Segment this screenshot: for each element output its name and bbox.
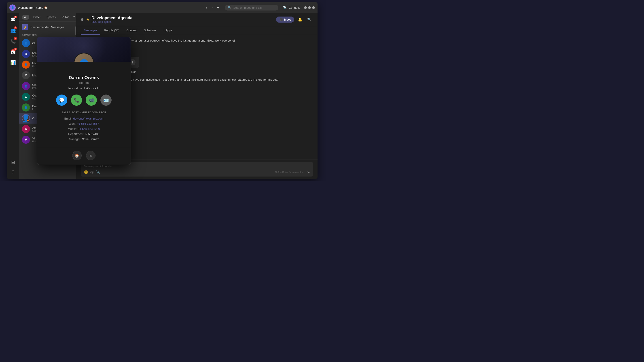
tab-spaces[interactable]: Spaces bbox=[44, 15, 58, 20]
calendar-badge: 1 bbox=[14, 48, 17, 50]
work-label: Work: bbox=[69, 122, 76, 125]
send-hint: Shift + Enter for a new line bbox=[274, 171, 304, 174]
chat-title: Development Agenda bbox=[92, 16, 132, 20]
recommended-label: Recommended Messages bbox=[30, 25, 64, 29]
profile-email: Email: dowens@example.com bbox=[42, 117, 125, 120]
sidebar-item-calls[interactable]: 📞 1 bbox=[8, 36, 18, 46]
search-input[interactable] bbox=[234, 6, 275, 9]
connect-icon: 📡 bbox=[283, 6, 287, 9]
channel-avatar-vi: V bbox=[22, 136, 30, 144]
nav-controls: ‹ › + bbox=[204, 5, 221, 10]
channel-avatar-darren: 👤 bbox=[22, 114, 30, 122]
title-bar: 👤 Working from home 🏠 ‹ › + 🔍 📡 Connect … bbox=[7, 2, 318, 13]
channel-avatar-de: D bbox=[22, 50, 30, 58]
sidebar-item-people[interactable]: 👥 1 bbox=[8, 25, 18, 35]
tab-people[interactable]: People (30) bbox=[101, 26, 122, 35]
profile-actions: 💬 📞 📹 🪪 bbox=[42, 94, 125, 106]
chat-header: ⚙ ★ Development Agenda ENG Deployment 🎥M… bbox=[76, 13, 318, 26]
add-tab-button[interactable]: + bbox=[216, 5, 220, 10]
send-button[interactable]: ➤ bbox=[307, 170, 310, 174]
sidebar-item-chat[interactable]: 💬 4 bbox=[8, 15, 18, 24]
profile-banner: 👤 📞 bbox=[37, 37, 130, 62]
channel-avatar-ac: A bbox=[22, 125, 30, 133]
user-avatar[interactable]: 👤 bbox=[10, 4, 16, 11]
chat-input[interactable] bbox=[84, 165, 310, 168]
recommended-icon: ⚡ bbox=[22, 24, 28, 30]
tab-messages[interactable]: Messages bbox=[81, 26, 100, 35]
department-value: 555024101 bbox=[85, 132, 100, 136]
chat-header-title-group: Development Agenda ENG Deployment bbox=[92, 16, 132, 23]
department-label: Department: bbox=[68, 132, 84, 136]
channel-avatar-un: 👤 bbox=[22, 82, 30, 90]
profile-mobile: Mobile: +1 555 123 1200 bbox=[42, 127, 125, 130]
filter-icon[interactable]: ≡ bbox=[73, 15, 75, 19]
forward-button[interactable]: › bbox=[210, 5, 214, 10]
profile-card-button[interactable]: 🪪 bbox=[100, 94, 112, 106]
star-icon[interactable]: ★ bbox=[86, 17, 89, 22]
at-mention-icon[interactable]: @ bbox=[90, 170, 94, 174]
close-button[interactable]: × bbox=[312, 6, 315, 9]
sidebar-item-apps[interactable]: ⊞ bbox=[8, 157, 18, 167]
tab-all[interactable]: All bbox=[22, 15, 29, 20]
search-bar[interactable]: 🔍 bbox=[225, 5, 278, 10]
tab-content[interactable]: Content bbox=[123, 26, 140, 35]
manager-value: Sofia Gomez bbox=[82, 137, 99, 141]
status-message: Let's rock it! bbox=[84, 87, 100, 90]
chat-badge: 4 bbox=[14, 16, 17, 18]
notification-icon[interactable]: 🔔 bbox=[296, 16, 304, 23]
sidebar-item-analytics[interactable]: 📊 bbox=[8, 58, 18, 67]
profile-manager: Manager: Sofia Gomez bbox=[42, 137, 125, 141]
apps-icon: ⊞ bbox=[11, 160, 15, 165]
sidebar-icons: 💬 4 👥 1 📞 1 📅 1 📊 ⊞ bbox=[7, 13, 19, 179]
tab-apps[interactable]: + Apps bbox=[160, 26, 175, 35]
channel-avatar-cl: 👤 bbox=[22, 39, 30, 47]
tab-schedule[interactable]: Schedule bbox=[141, 26, 159, 35]
tab-public[interactable]: Public bbox=[60, 15, 72, 20]
profile-video-button[interactable]: 📹 bbox=[86, 94, 97, 106]
attach-icon[interactable]: 📎 bbox=[96, 170, 100, 174]
window-controls: — □ × bbox=[304, 6, 315, 9]
profile-avatar-wrapper: 👤 📞 bbox=[74, 53, 94, 62]
search-icon: 🔍 bbox=[228, 6, 232, 9]
back-button[interactable]: ‹ bbox=[204, 5, 208, 10]
analytics-icon: 📊 bbox=[10, 60, 16, 65]
recommended-messages[interactable]: ⚡ Recommended Messages bbox=[19, 22, 76, 32]
meet-button[interactable]: 🎥Meet bbox=[276, 16, 294, 22]
calls-badge: 1 bbox=[14, 37, 17, 40]
people-badge: 1 bbox=[14, 26, 17, 29]
profile-home-button[interactable]: 🏠 bbox=[72, 151, 82, 160]
mobile-phone-link[interactable]: +1 555 123 1200 bbox=[78, 127, 100, 130]
chat-header-right: 🎥Meet 🔔 🔍 bbox=[276, 16, 313, 23]
app-title: Working from home 🏠 bbox=[18, 6, 202, 9]
profile-pronouns: He/Him bbox=[42, 81, 125, 84]
email-link[interactable]: dowens@example.com bbox=[73, 117, 103, 120]
connect-label[interactable]: Connect bbox=[289, 6, 300, 9]
profile-popup: 👤 📞 Darren Owens He/Him In a call Let's … bbox=[37, 37, 131, 165]
chat-input-actions: 😊 @ 📎 Shift + Enter for a new line ➤ bbox=[84, 170, 310, 174]
chat-subtitle[interactable]: ENG Deployment bbox=[92, 20, 132, 23]
tab-direct[interactable]: Direct bbox=[31, 15, 42, 20]
profile-status: In a call Let's rock it! bbox=[42, 87, 125, 90]
profile-department: Department: 555024101 bbox=[42, 132, 125, 136]
profile-footer: 🏠 ✉ bbox=[37, 147, 130, 165]
maximize-button[interactable]: □ bbox=[308, 6, 311, 9]
sidebar-item-calendar[interactable]: 📅 1 bbox=[8, 47, 18, 57]
profile-body: Darren Owens He/Him In a call Let's rock… bbox=[37, 62, 130, 147]
profile-call-button[interactable]: 📞 bbox=[71, 94, 82, 106]
settings-icon[interactable]: ⚙ bbox=[81, 17, 84, 22]
search-messages-icon[interactable]: 🔍 bbox=[306, 16, 313, 23]
sidebar-bottom: ⊞ ? bbox=[8, 157, 18, 177]
profile-work: Work: +1 555 123 4567 bbox=[42, 122, 125, 125]
mobile-label: Mobile: bbox=[68, 127, 77, 130]
work-phone-link[interactable]: +1 555 123 4567 bbox=[77, 122, 99, 125]
channel-avatar-co: C bbox=[22, 93, 30, 101]
chat-nav-tabs: Messages People (30) Content Schedule + … bbox=[76, 26, 318, 35]
profile-mail-button[interactable]: ✉ bbox=[86, 151, 96, 160]
sidebar-item-help[interactable]: ? bbox=[8, 167, 18, 177]
status-dot bbox=[80, 88, 82, 89]
help-icon: ? bbox=[12, 170, 14, 175]
profile-chat-button[interactable]: 💬 bbox=[56, 94, 67, 106]
email-label: Email: bbox=[64, 117, 72, 120]
minimize-button[interactable]: — bbox=[304, 6, 307, 9]
emoji-icon[interactable]: 😊 bbox=[84, 170, 88, 174]
